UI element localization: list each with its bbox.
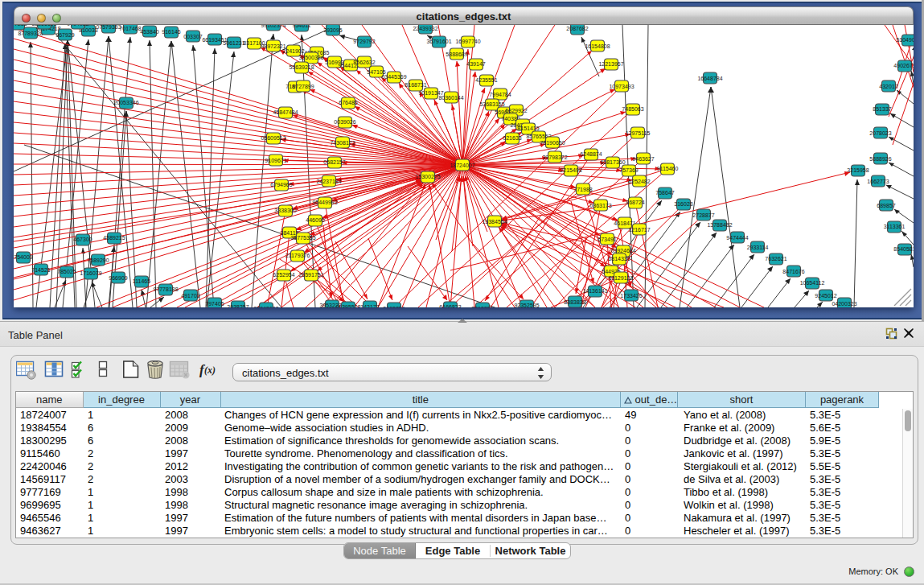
- svg-text:0039026: 0039026: [334, 119, 355, 125]
- svg-text:7994784: 7994784: [489, 92, 511, 97]
- svg-text:6829922: 6829922: [505, 108, 527, 113]
- svg-text:3338300: 3338300: [274, 208, 296, 213]
- svg-text:21179376: 21179376: [285, 253, 310, 258]
- svg-text:916146: 916146: [162, 29, 180, 35]
- svg-text:5888926: 5888926: [869, 156, 891, 162]
- svg-text:8151415: 8151415: [517, 126, 539, 131]
- svg-text:757369: 757369: [619, 167, 638, 173]
- svg-text:3215958: 3215958: [847, 167, 869, 173]
- svg-text:05609513: 05609513: [261, 135, 285, 141]
- svg-text:6166823: 6166823: [439, 304, 461, 307]
- svg-text:53683155: 53683155: [479, 101, 504, 107]
- svg-text:1662773: 1662773: [867, 179, 889, 184]
- svg-text:785025: 785025: [57, 269, 76, 274]
- svg-text:10973493: 10973493: [609, 84, 634, 89]
- svg-text:676486: 676486: [339, 100, 357, 105]
- svg-text:4235551: 4235551: [475, 77, 497, 83]
- svg-text:491703: 491703: [181, 293, 199, 299]
- svg-text:16648784: 16648784: [697, 76, 722, 81]
- svg-text:5061231: 5061231: [223, 40, 244, 46]
- svg-text:03924684: 03924684: [610, 248, 635, 253]
- svg-text:0582157: 0582157: [323, 159, 345, 165]
- svg-text:03445369: 03445369: [381, 74, 406, 80]
- svg-text:74308172: 74308172: [330, 140, 355, 146]
- svg-text:7485063: 7485063: [622, 106, 643, 112]
- svg-text:797405: 797405: [205, 301, 224, 307]
- svg-text:36791601: 36791601: [426, 39, 451, 44]
- svg-text:80360144: 80360144: [438, 95, 463, 101]
- svg-text:9463627: 9463627: [632, 156, 654, 162]
- svg-text:07579383: 07579383: [96, 25, 121, 30]
- svg-text:673491: 673491: [598, 237, 616, 242]
- svg-text:19384554: 19384554: [482, 219, 507, 225]
- svg-text:851337: 851337: [873, 106, 891, 112]
- svg-text:714521: 714521: [31, 267, 50, 273]
- svg-text:83266166: 83266166: [31, 25, 56, 27]
- svg-text:15300275: 15300275: [415, 174, 440, 179]
- svg-text:39500326: 39500326: [298, 55, 323, 60]
- svg-text:111465: 111465: [133, 278, 150, 284]
- svg-text:1733426: 1733426: [620, 293, 642, 299]
- svg-text:78190650: 78190650: [540, 140, 565, 146]
- svg-text:2728877: 2728877: [692, 212, 714, 218]
- svg-text:432017: 432017: [879, 84, 897, 89]
- svg-text:99102374: 99102374: [261, 25, 285, 28]
- svg-text:0363173: 0363173: [589, 203, 611, 208]
- svg-text:1216717: 1216717: [628, 227, 650, 233]
- svg-text:7017468: 7017468: [119, 26, 141, 31]
- svg-text:8168731: 8168731: [405, 82, 426, 88]
- svg-text:316028: 316028: [674, 201, 692, 207]
- svg-text:021633: 021633: [503, 135, 521, 141]
- svg-text:20053346: 20053346: [113, 100, 138, 105]
- svg-text:0494032: 0494032: [67, 25, 88, 27]
- svg-text:8383838: 8383838: [564, 299, 585, 305]
- svg-text:6727899: 6727899: [292, 84, 314, 89]
- svg-text:077283: 077283: [14, 25, 27, 27]
- svg-text:3113361: 3113361: [884, 224, 906, 229]
- svg-text:24237184: 24237184: [316, 179, 341, 184]
- svg-text:61129122: 61129122: [609, 275, 634, 281]
- svg-text:13788482: 13788482: [707, 222, 732, 228]
- svg-text:18724007: 18724007: [450, 163, 474, 168]
- svg-text:6248874: 6248874: [580, 151, 602, 157]
- svg-text:2241902: 2241902: [282, 48, 304, 54]
- svg-text:39798372: 39798372: [542, 154, 567, 160]
- svg-text:2215498: 2215498: [560, 167, 581, 173]
- svg-text:868724: 868724: [626, 200, 644, 205]
- svg-text:2933114: 2933114: [747, 245, 769, 250]
- svg-text:771988: 771988: [573, 187, 592, 192]
- svg-text:9115460: 9115460: [657, 166, 679, 171]
- svg-text:954611: 954611: [293, 25, 311, 28]
- svg-text:04200323: 04200323: [832, 301, 856, 307]
- svg-text:439147: 439147: [466, 61, 485, 67]
- svg-text:8471676: 8471676: [782, 269, 804, 274]
- svg-text:22439332: 22439332: [413, 26, 437, 31]
- svg-text:6814336: 6814336: [608, 256, 630, 262]
- svg-text:(x): (x): [204, 365, 216, 376]
- svg-text:9729792: 9729792: [353, 39, 375, 44]
- svg-text:92352595: 92352595: [514, 303, 539, 307]
- svg-text:6252954: 6252954: [273, 272, 294, 278]
- svg-text:754009: 754009: [14, 254, 32, 260]
- svg-text:26591751: 26591751: [298, 272, 323, 278]
- svg-text:758647: 758647: [655, 190, 674, 196]
- svg-text:467300: 467300: [73, 237, 92, 242]
- svg-text:87789328: 87789328: [18, 31, 43, 36]
- svg-text:10654112: 10654112: [800, 280, 825, 286]
- svg-text:446090: 446090: [306, 217, 324, 223]
- svg-text:7589290: 7589290: [87, 257, 109, 263]
- svg-text:01395518: 01395518: [335, 304, 360, 307]
- svg-text:8562632: 8562632: [353, 60, 375, 65]
- svg-text:12213967: 12213967: [598, 61, 623, 67]
- svg-text:35775355: 35775355: [290, 235, 315, 241]
- svg-text:16997740: 16997740: [455, 39, 480, 44]
- svg-text:65817360: 65817360: [600, 159, 625, 165]
- svg-text:97778188: 97778188: [153, 286, 178, 292]
- svg-text:966909: 966909: [109, 275, 127, 281]
- svg-text:003307: 003307: [183, 34, 202, 39]
- svg-text:393095: 393095: [323, 27, 342, 33]
- svg-text:8540581: 8540581: [893, 246, 914, 252]
- svg-text:9474444: 9474444: [726, 235, 748, 241]
- svg-text:95449993: 95449993: [312, 200, 337, 205]
- svg-text:4589215: 4589215: [103, 235, 125, 241]
